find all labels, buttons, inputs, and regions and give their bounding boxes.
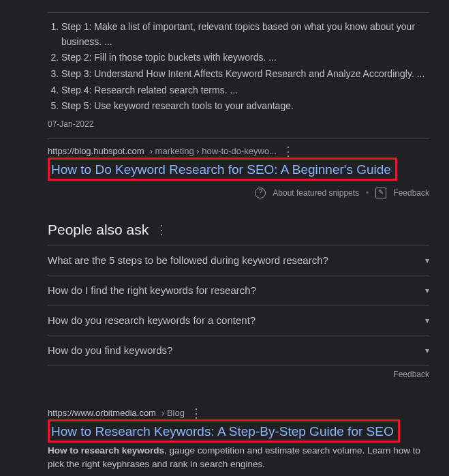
- divider: [48, 12, 429, 13]
- cite-domain[interactable]: https://www.orbitmedia.com: [48, 408, 156, 418]
- chevron-down-icon: ▾: [425, 316, 429, 325]
- paa-question[interactable]: How do you research keywords for a conte…: [48, 305, 429, 335]
- people-also-ask-box: What are the 5 steps to be followed duri…: [48, 245, 429, 366]
- result-snippet: How to research keywords, gauge competit…: [48, 444, 429, 471]
- chevron-down-icon: ▾: [425, 346, 429, 355]
- cite-path: › marketing › how-to-do-keywo...: [150, 146, 277, 156]
- chevron-down-icon: ▾: [425, 286, 429, 295]
- cite-path: › Blog: [161, 408, 185, 418]
- snippet-date: 07-Jan-2022: [48, 119, 429, 129]
- feedback-link[interactable]: Feedback: [393, 188, 429, 198]
- more-options-icon[interactable]: ⋮: [190, 410, 202, 417]
- highlight-box: How to Research Keywords: A Step-By-Step…: [48, 419, 400, 443]
- paa-question-text: How do you find keywords?: [48, 344, 172, 356]
- search-result: https://www.orbitmedia.com › Blog ⋮ How …: [48, 408, 429, 471]
- list-item: Step 3: Understand How Intent Affects Ke…: [61, 67, 429, 82]
- help-icon[interactable]: ?: [255, 188, 266, 198]
- cite-domain[interactable]: https://blog.hubspot.com: [48, 146, 144, 156]
- result-cite: https://www.orbitmedia.com › Blog ⋮: [48, 408, 429, 418]
- paa-question[interactable]: How do you find keywords? ▾: [48, 335, 429, 365]
- paa-question-text: What are the 5 steps to be followed duri…: [48, 254, 328, 266]
- separator-dot: •: [366, 188, 369, 198]
- divider: [48, 138, 429, 139]
- result-cite: https://blog.hubspot.com › marketing › h…: [48, 146, 429, 156]
- paa-question-text: How do you research keywords for a conte…: [48, 314, 256, 326]
- paa-question[interactable]: What are the 5 steps to be followed duri…: [48, 245, 429, 275]
- more-options-icon[interactable]: ⋮: [155, 226, 168, 233]
- list-item: Step 4: Research related search terms. .…: [61, 83, 429, 98]
- more-options-icon[interactable]: ⋮: [282, 148, 294, 155]
- feedback-link[interactable]: Feedback: [48, 370, 429, 379]
- featured-snippet-list: Step 1: Make a list of important, releva…: [48, 20, 429, 114]
- result-title-link[interactable]: How to Research Keywords: A Step-By-Step…: [51, 424, 394, 439]
- about-snippets-link[interactable]: About featured snippets: [273, 188, 359, 198]
- snippet-bold: How to research keywords: [48, 445, 164, 456]
- list-item: Step 1: Make a list of important, releva…: [61, 20, 429, 49]
- list-item: Step 2: Fill in those topic buckets with…: [61, 50, 429, 65]
- feedback-icon[interactable]: ✎: [375, 188, 386, 198]
- chevron-down-icon: ▾: [425, 256, 429, 265]
- paa-question-text: How do I find the right keywords for res…: [48, 284, 256, 296]
- people-also-ask-heading: People also ask: [48, 222, 149, 238]
- highlight-box: How to Do Keyword Research for SEO: A Be…: [48, 158, 397, 181]
- paa-question[interactable]: How do I find the right keywords for res…: [48, 275, 429, 305]
- result-title-link[interactable]: How to Do Keyword Research for SEO: A Be…: [51, 162, 391, 177]
- list-item: Step 5: Use keyword research tools to yo…: [61, 99, 429, 114]
